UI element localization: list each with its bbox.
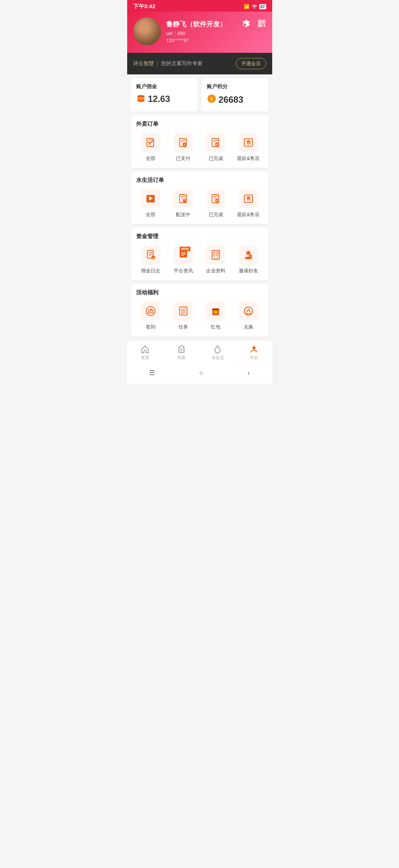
svg-point-62 xyxy=(247,251,250,255)
activity-welfare-section: 活动福利 签到 xyxy=(131,284,268,336)
account-cards: 账户佣金 12.63 账户积分 ¥ 26683 xyxy=(131,78,268,112)
invite-friends[interactable]: ¥ 邀请好友 xyxy=(232,245,265,274)
svg-text:¥: ¥ xyxy=(210,96,213,102)
svg-rect-8 xyxy=(264,25,265,25)
profile-actions xyxy=(240,17,268,29)
avatar[interactable] xyxy=(133,17,161,45)
takeout-refund[interactable]: 售 退款&售后 xyxy=(232,133,265,162)
takeout-refund-icon: 售 xyxy=(239,133,258,152)
takeout-all[interactable]: 全部 xyxy=(135,133,167,162)
nav-takeout[interactable]: 外卖 xyxy=(163,343,200,362)
system-nav: ☰ ○ ‹ xyxy=(127,363,272,384)
exchange[interactable]: 兑换 xyxy=(232,301,265,330)
nav-profile[interactable]: 个人 xyxy=(236,343,272,362)
svg-rect-79 xyxy=(212,308,219,310)
life-refund-icon: 售 xyxy=(239,189,258,208)
banner-sep: | xyxy=(157,61,158,67)
points-card[interactable]: 账户积分 ¥ 26683 xyxy=(202,78,268,112)
commission-value: 12.63 xyxy=(136,94,193,104)
commission-log[interactable]: $ 佣金日志 xyxy=(135,245,167,274)
bottom-nav: 首页 外卖 水生活 个人 xyxy=(127,340,272,363)
qrcode-button[interactable] xyxy=(256,17,268,29)
takeout-orders-section: 外卖订单 全部 ¥ xyxy=(131,115,268,168)
svg-point-15 xyxy=(137,95,145,98)
takeout-paid-label: 已支付 xyxy=(176,155,190,162)
task[interactable]: 任务 xyxy=(167,301,200,330)
life-delivering[interactable]: 配送中 xyxy=(167,189,200,218)
nav-profile-label: 个人 xyxy=(250,355,258,361)
profile-phone: 133*****87 xyxy=(166,38,266,43)
life-done[interactable]: 已完成 xyxy=(200,189,232,218)
svg-rect-6 xyxy=(262,24,263,25)
sys-home-btn[interactable]: ○ xyxy=(192,368,211,378)
status-time: 下午3:42 xyxy=(133,3,155,10)
commission-card[interactable]: 账户佣金 12.63 xyxy=(131,78,198,112)
points-amount: 26683 xyxy=(219,95,244,105)
activity-section-title: 活动福利 xyxy=(135,289,265,296)
platform-news-label: 平台资讯 xyxy=(174,268,193,274)
life-refund[interactable]: 售 退款&售后 xyxy=(232,189,265,218)
activity-icon-grid: 签到 任务 ¥ xyxy=(135,301,265,330)
life-section-title: 水生活订单 xyxy=(135,177,265,184)
points-icon: ¥ xyxy=(207,94,216,106)
svg-rect-10 xyxy=(264,25,265,26)
banner-slogan: 您的文案写作专家 xyxy=(161,60,203,67)
platform-news[interactable]: NEW 平台资讯 xyxy=(167,245,200,274)
checkin[interactable]: 签到 xyxy=(135,301,167,330)
svg-point-35 xyxy=(183,199,186,202)
svg-rect-57 xyxy=(216,252,218,253)
redpacket-icon: ¥ xyxy=(206,301,225,321)
signal-icon: 📶 xyxy=(244,4,250,9)
sys-menu-btn[interactable]: ☰ xyxy=(142,367,163,378)
exchange-icon xyxy=(239,301,258,321)
takeout-done[interactable]: 已完成 xyxy=(200,133,232,162)
profile-uid: uid：890 xyxy=(166,30,266,37)
life-delivering-icon xyxy=(174,189,193,208)
exchange-label: 兑换 xyxy=(244,324,253,330)
life-done-label: 已完成 xyxy=(209,211,223,218)
fund-section-title: 资金管理 xyxy=(135,233,265,240)
redpacket-label: 红包 xyxy=(211,324,221,330)
task-icon xyxy=(174,301,193,321)
takeout-paid[interactable]: ¥ 已支付 xyxy=(167,133,200,162)
svg-rect-5 xyxy=(259,25,261,26)
life-all[interactable]: 全部 xyxy=(135,189,167,218)
nav-water-label: 水生活 xyxy=(212,355,224,361)
fund-icon-grid: $ 佣金日志 NEW 平台资讯 xyxy=(135,245,265,274)
svg-text:¥: ¥ xyxy=(184,143,185,146)
svg-rect-3 xyxy=(263,21,264,22)
svg-rect-7 xyxy=(264,24,264,25)
takeout-all-label: 全部 xyxy=(146,155,155,162)
svg-rect-56 xyxy=(213,252,215,253)
svg-text:售: 售 xyxy=(245,140,251,145)
takeout-done-icon xyxy=(206,133,225,152)
profile-header: 鲁静飞（软件开发） uid：890 133*****87 xyxy=(127,12,272,53)
nav-water[interactable]: 水生活 xyxy=(200,343,236,362)
life-icon-grid: 全部 配送中 xyxy=(135,189,265,218)
banner: 诗云智慧 | 您的文案写作专家 开通会员 xyxy=(127,53,272,74)
points-value: ¥ 26683 xyxy=(207,94,263,106)
nav-home[interactable]: 首页 xyxy=(127,343,164,362)
takeout-refund-label: 退款&售后 xyxy=(237,155,260,162)
svg-rect-11 xyxy=(264,26,265,27)
commission-icon xyxy=(136,94,146,104)
svg-text:$: $ xyxy=(152,256,154,260)
svg-rect-1 xyxy=(259,21,261,22)
wifi-icon xyxy=(251,3,257,10)
company-info[interactable]: 企业资料 xyxy=(200,245,232,274)
settings-button[interactable] xyxy=(240,17,252,29)
points-title: 账户积分 xyxy=(207,83,263,90)
platform-news-icon: NEW xyxy=(174,245,193,265)
svg-text:售: 售 xyxy=(245,196,251,201)
nav-home-label: 首页 xyxy=(141,355,149,361)
sys-back-btn[interactable]: ‹ xyxy=(240,368,257,378)
svg-point-36 xyxy=(184,200,185,201)
life-all-label: 全部 xyxy=(146,211,155,218)
member-button[interactable]: 开通会员 xyxy=(236,58,266,69)
commission-amount: 12.63 xyxy=(148,94,170,104)
redpacket[interactable]: ¥ 红包 xyxy=(200,301,232,330)
status-bar: 下午3:42 📶 67 xyxy=(127,0,272,12)
checkin-label: 签到 xyxy=(146,324,155,330)
company-info-icon xyxy=(206,245,225,265)
takeout-icon-grid: 全部 ¥ 已支付 xyxy=(135,133,265,162)
